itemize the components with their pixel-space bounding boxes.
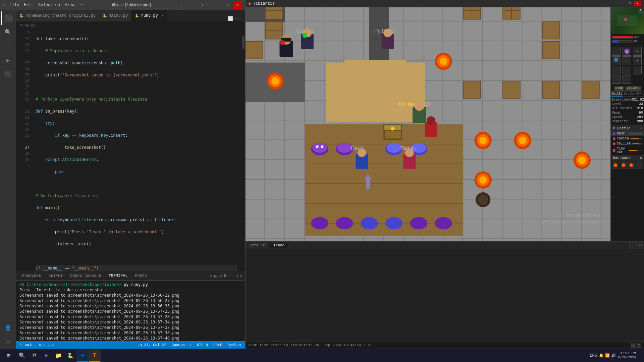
slot-legs[interactable] [623, 66, 631, 74]
start-button[interactable]: ⊞ [1, 350, 16, 362]
btn-options[interactable]: Options [625, 86, 641, 90]
tibia-close[interactable]: ✕ [634, 1, 641, 6]
minimize-button[interactable]: ─ [213, 1, 222, 9]
chat-scroll-up[interactable]: + [629, 242, 637, 249]
slot-arrow[interactable]: ↑ [623, 56, 631, 65]
maximize-button[interactable]: □ [223, 1, 232, 9]
terminal-new-button[interactable]: ⊕ py [210, 274, 218, 278]
battle-row-dave[interactable]: Dave [611, 131, 644, 136]
menu-view[interactable]: View [63, 2, 76, 8]
taskbar-network-icon[interactable]: 📶 [605, 353, 610, 358]
terminal-line-10: Screenshot saved to screenshots\screensh… [19, 336, 241, 341]
slot-ring[interactable] [633, 66, 642, 74]
status-line-ending[interactable]: CRLF [212, 343, 223, 347]
chat-tab-trade[interactable]: Trade [269, 243, 289, 248]
tab-vip[interactable]: VIP [635, 92, 642, 97]
status-errors[interactable]: ✕ 0 ⚠ 0 [38, 343, 56, 347]
battle-row-tiny-cat[interactable]: Tiny Cat [611, 146, 644, 155]
activity-search[interactable]: 🔍 [1, 25, 15, 39]
terminal-maximize-button[interactable]: ⬆ [236, 274, 239, 278]
split-editor-button[interactable]: ⬜ [228, 16, 233, 21]
taskbar-language-icon[interactable]: ENG [590, 353, 597, 358]
activity-debug[interactable]: ▶ [1, 54, 15, 67]
tab-logout[interactable]: Logout [642, 92, 644, 97]
slot-necklace[interactable] [623, 47, 631, 56]
battle-row-tamitu[interactable]: Tamitu [611, 136, 644, 141]
tibia-minimize[interactable]: ─ [618, 1, 625, 6]
tab-main3[interactable]: 🐍 main3.py [99, 10, 132, 21]
terminal-content[interactable]: PS C:\Users\Administrator\Desktop\tibiac… [16, 281, 245, 341]
menu-more[interactable]: ··· [77, 2, 89, 8]
btn-stop[interactable]: Stop [614, 86, 625, 90]
taskbar-python-icon[interactable]: 🐍 [64, 350, 76, 362]
task-view-button[interactable]: ⧉ [28, 350, 40, 362]
activity-explorer[interactable]: ⬛ [1, 11, 15, 25]
tab-skills[interactable]: Skills [611, 92, 623, 97]
taskbar-volume-icon[interactable]: 🔊 [611, 353, 616, 358]
nav-back[interactable]: ‹ [201, 2, 204, 8]
code-content[interactable]: def take_screenshot(): # Zapisanie zrzut… [32, 29, 241, 271]
activity-extensions[interactable]: ⬛ [1, 68, 15, 81]
hp-stats-value: 310 [637, 107, 643, 110]
tibia-restore[interactable]: □ [626, 1, 633, 6]
nav-forward[interactable]: › [205, 2, 208, 8]
tab-terminal[interactable]: TERMINAL [105, 272, 131, 279]
chat-messages[interactable] [246, 249, 644, 341]
terminal-more-button[interactable]: ··· [228, 274, 235, 278]
backpack-slot-2[interactable] [620, 162, 627, 169]
status-line-col[interactable]: Ln 37, Col 27 [136, 343, 168, 347]
slot-head[interactable] [612, 47, 621, 56]
tab-debug-console[interactable]: DEBUG CONSOLE [67, 273, 104, 279]
activity-settings[interactable]: ⚙ [1, 335, 15, 349]
game-map[interactable]: Calllee PyTiLab [246, 7, 610, 241]
close-button[interactable]: ✕ [233, 1, 242, 9]
search-input[interactable] [108, 2, 181, 8]
taskbar-edge-icon[interactable]: e [40, 350, 52, 362]
backpack-slot-1[interactable] [612, 162, 619, 169]
tab-battle[interactable]: Battle [623, 92, 635, 97]
taskbar-tibia-icon[interactable]: T [89, 350, 101, 362]
terminal-close-button[interactable]: ✕ [240, 274, 242, 278]
status-branch[interactable]: ⑂ main [19, 343, 35, 347]
backpack-slot-3[interactable]: 5 [628, 162, 635, 169]
slot-armor[interactable] [612, 56, 621, 65]
tab-problems[interactable]: PROBLEMS [19, 273, 45, 279]
terminal-kill-button[interactable]: 🗑 [223, 274, 227, 278]
tab-runemaking[interactable]: 🐍 runemaking_theard original.py [16, 10, 99, 21]
tab-output[interactable]: OUTPUT [45, 273, 66, 279]
taskbar-vscode-icon[interactable]: ◈ [76, 350, 89, 362]
chat-scroll-btn-up[interactable]: ▲ [631, 343, 636, 348]
slot-hand-left[interactable]: ✕ [633, 56, 642, 65]
search-button[interactable]: 🔍 [16, 350, 28, 362]
status-language[interactable]: Python [226, 343, 242, 347]
terminal-split-button[interactable]: ⊞ [220, 274, 222, 278]
slot-ammo[interactable] [623, 75, 631, 84]
taskbar-clock[interactable]: 1:57 PM 9/26/2024 [618, 351, 636, 360]
backpack-close[interactable]: ✕ [640, 156, 642, 160]
svg-rect-34 [463, 81, 481, 99]
slot-hand-right[interactable]: ✕ [633, 47, 642, 56]
menu-selection[interactable]: Selection [36, 2, 62, 8]
activity-accounts[interactable]: 👤 [1, 321, 15, 335]
tab-close-runy[interactable]: ✕ [161, 14, 163, 18]
menu-edit[interactable]: Edit [22, 2, 36, 8]
taskbar-notifications-icon[interactable]: 🔔 [599, 353, 604, 358]
tab-ports[interactable]: PORTS [132, 273, 151, 279]
backpack-slot-4[interactable] [636, 162, 643, 169]
more-tabs-button[interactable]: ··· [234, 16, 242, 21]
slot-belt[interactable] [612, 66, 621, 74]
status-spaces[interactable]: Spaces: 4 [170, 343, 193, 347]
battle-close[interactable]: ✕ [640, 126, 642, 130]
chat-scroll-lock[interactable]: □ [637, 242, 644, 249]
status-encoding[interactable]: UTF-8 [196, 343, 209, 347]
battle-row-callee[interactable]: Calllee [611, 141, 644, 146]
slot-feet[interactable] [612, 75, 621, 84]
show-desktop-button[interactable] [638, 350, 640, 361]
taskbar-explorer-icon[interactable]: 📁 [52, 350, 64, 362]
menu-file[interactable]: File [7, 2, 21, 8]
activity-git[interactable]: ⑂ [1, 40, 15, 53]
chat-scroll-btn-down[interactable]: ▼ [637, 343, 641, 348]
chat-tab-default[interactable]: Default [246, 243, 269, 248]
minimap-zoom-icon[interactable]: 🔍 [639, 8, 643, 13]
tab-runy[interactable]: 🐍 runy.py ✕ [131, 10, 167, 21]
